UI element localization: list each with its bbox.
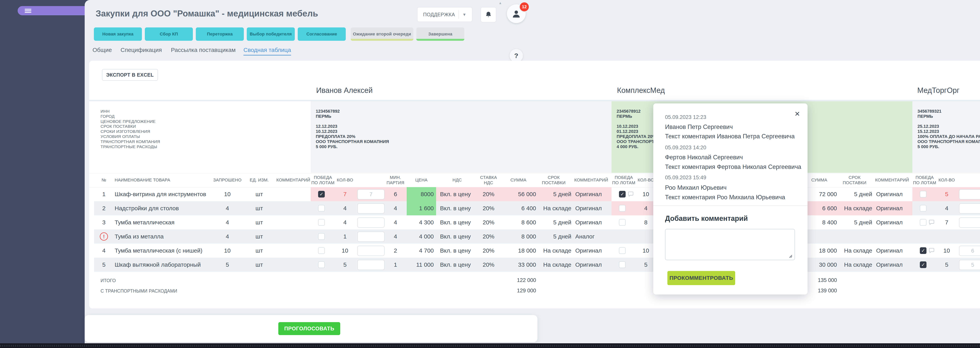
- qty-input[interactable]: [959, 189, 980, 199]
- main-content: Закупки для ООО "Ромашка" - медицинская …: [85, 0, 980, 343]
- qty-input[interactable]: 6: [959, 246, 980, 256]
- win-checkbox[interactable]: [318, 261, 325, 268]
- vat-rate: 20%: [476, 215, 501, 229]
- info-value: 10.12.2023: [316, 129, 337, 134]
- column-header: ПОБЕДА ПО ЛОТАМ: [611, 175, 636, 185]
- win-checkbox[interactable]: [318, 219, 325, 226]
- offer-comment: Оригинал: [876, 243, 912, 257]
- win-cell: [920, 215, 936, 229]
- sidebar-active-pill[interactable]: [18, 6, 85, 15]
- comment-bubble-icon[interactable]: [929, 219, 935, 226]
- notifications-button[interactable]: [480, 7, 496, 22]
- item-name: Шкаф вытяжной лабораторный: [115, 257, 213, 272]
- workflow-stage[interactable]: Новая закупка: [94, 27, 142, 41]
- workflow-stage[interactable]: Выбор победителя: [247, 27, 295, 41]
- info-label: СРОК ПОСТАВКИ: [100, 124, 136, 129]
- qty-input[interactable]: [357, 203, 385, 214]
- item-qty-requested: 10: [211, 243, 244, 257]
- info-value: 15.12.2023: [918, 129, 939, 134]
- help-icon[interactable]: ?: [510, 49, 523, 62]
- win-checkbox[interactable]: [920, 205, 926, 211]
- qty-input[interactable]: 7: [357, 189, 385, 199]
- comment-bubble-icon[interactable]: [929, 248, 935, 254]
- win-cell: ✓: [920, 243, 936, 257]
- win-checkbox[interactable]: [619, 247, 626, 254]
- delivery-term: 5 дней: [837, 187, 872, 201]
- win-cell: [920, 187, 936, 201]
- resize-handle-icon[interactable]: [788, 253, 792, 258]
- divider: [653, 205, 808, 206]
- qty-input[interactable]: [357, 260, 385, 270]
- supplier-name: Иванов Алексей: [316, 86, 372, 95]
- win-checkbox[interactable]: [920, 219, 926, 226]
- win-checkbox[interactable]: [920, 191, 926, 197]
- qty-input[interactable]: [959, 203, 980, 214]
- column-header: КОЛ-ВО: [937, 177, 956, 183]
- win-cell: ✓: [619, 187, 635, 201]
- delivery-term: На складе: [536, 201, 571, 215]
- win-checkbox[interactable]: ✓: [619, 191, 626, 197]
- info-value: 01.12.2023: [617, 129, 638, 134]
- item-qty-requested: 5: [211, 257, 244, 272]
- comment-date: 05.09.2023 12:23: [665, 114, 706, 120]
- tab-общие[interactable]: Общие: [92, 47, 112, 55]
- vat: Вкл. в цену: [440, 243, 476, 257]
- win-checkbox[interactable]: [619, 205, 626, 211]
- item-number: 5: [97, 257, 111, 272]
- comment-bubble-icon[interactable]: [628, 191, 634, 197]
- win-checkbox[interactable]: [318, 233, 325, 240]
- qty-input[interactable]: [357, 218, 385, 228]
- qty-input[interactable]: [357, 232, 385, 242]
- offer-qty: 7: [335, 187, 355, 201]
- win-checkbox[interactable]: [318, 247, 325, 254]
- vat: Вкл. в цену: [440, 229, 476, 243]
- delivery-term: На складе: [837, 257, 872, 272]
- offer-qty: 4: [335, 215, 355, 229]
- win-checkbox[interactable]: ✓: [920, 247, 926, 254]
- win-checkbox[interactable]: ✓: [318, 191, 325, 197]
- win-checkbox[interactable]: [318, 205, 325, 211]
- item-qty-requested: 4: [211, 229, 244, 243]
- notification-badge: 12: [519, 2, 530, 12]
- tab-спецификация[interactable]: Спецификация: [121, 47, 162, 55]
- win-checkbox[interactable]: ✓: [920, 261, 926, 268]
- tab-сводная-таблица[interactable]: Сводная таблица: [243, 47, 291, 56]
- win-checkbox[interactable]: [619, 261, 626, 268]
- column-header: ЦЕНА: [407, 177, 436, 183]
- support-dropdown[interactable]: ПОДДЕРЖКА ▾: [417, 7, 473, 22]
- qty-input[interactable]: [357, 246, 385, 256]
- info-value: 2345678912: [617, 109, 641, 114]
- taskbar-strip: [0, 343, 980, 348]
- comment-submit-button[interactable]: ПРОКОММЕНТРОВАТЬ: [667, 271, 735, 285]
- vote-button[interactable]: ПРОГОЛОСОВАТЬ: [278, 322, 340, 335]
- workflow-stage[interactable]: Сбор КП: [145, 27, 193, 41]
- comment-input[interactable]: [665, 229, 795, 260]
- info-value: ПРЕДОПЛАТА 20%: [316, 134, 355, 139]
- tab-рассылка-поставщикам[interactable]: Рассылка поставщикам: [171, 47, 235, 55]
- offer-qty: 10: [937, 243, 956, 257]
- min-batch: 6: [384, 187, 407, 201]
- qty-input[interactable]: [959, 218, 980, 228]
- workflow-stage[interactable]: Согласование: [298, 27, 346, 41]
- offer-qty: 7: [937, 215, 956, 229]
- close-icon[interactable]: ✕: [795, 111, 800, 117]
- info-value: ПЕРМЬ: [617, 114, 632, 119]
- offer-qty: 5: [636, 257, 655, 272]
- qty-input[interactable]: 5: [959, 260, 980, 270]
- summary-card: ЭКСПОРТ В EXCEL Иванов АлексейКомплексМе…: [89, 61, 980, 308]
- price: 1 600: [407, 201, 434, 215]
- workflow-stage[interactable]: Переторжка: [196, 27, 244, 41]
- workflow-stage[interactable]: Завершена: [416, 27, 465, 41]
- item-number: 4: [97, 243, 111, 257]
- totals-label: ИТОГО: [100, 278, 116, 283]
- column-header: ПОБЕДА ПО ЛОТАМ: [912, 175, 937, 185]
- totals-value: 129 000: [501, 288, 536, 294]
- export-excel-button[interactable]: ЭКСПОРТ В EXCEL: [102, 69, 158, 81]
- workflow-stage[interactable]: Ожидание второй очереди: [351, 27, 414, 41]
- comment-date: 05.09.2023 15:49: [665, 175, 706, 181]
- offer-qty: 4: [335, 201, 355, 215]
- offer-comment: Оригинал: [575, 215, 611, 229]
- comment-author: Иванов Петр Сергеевич: [665, 124, 733, 130]
- win-checkbox[interactable]: [619, 219, 626, 226]
- info-value: 5 000 РУБ.: [918, 144, 939, 149]
